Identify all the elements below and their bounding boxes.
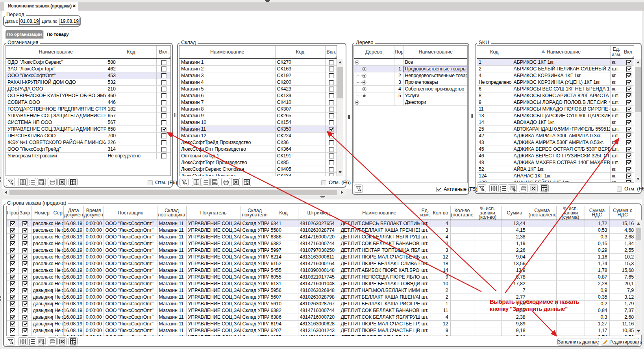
svg-text:Выбрать необходимое и нажать: Выбрать необходимое и нажать (490, 298, 579, 305)
svg-text:кнопку "Заполнить данные": кнопку "Заполнить данные" (490, 305, 568, 312)
